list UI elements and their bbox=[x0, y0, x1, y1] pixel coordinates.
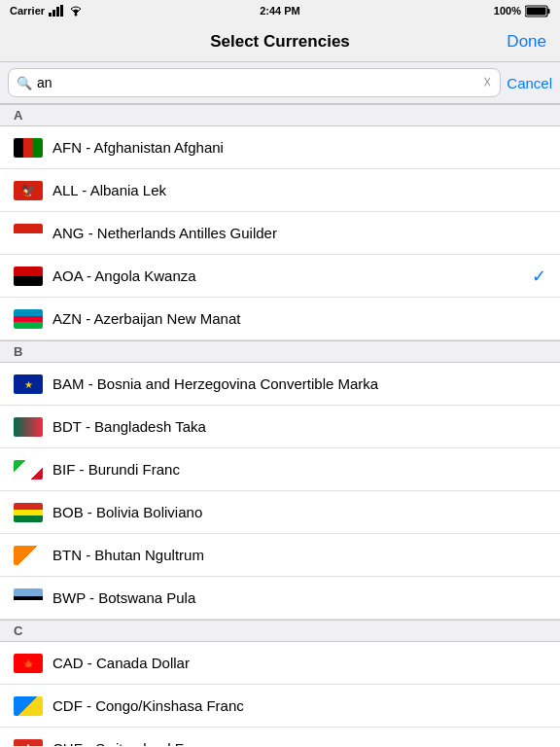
status-bar: Carrier 2:44 PM 100% bbox=[0, 0, 560, 21]
svg-rect-6 bbox=[547, 9, 550, 14]
search-input[interactable] bbox=[37, 75, 478, 90]
search-input-wrap: 🔍 ☓ bbox=[8, 68, 501, 97]
flag-icon bbox=[14, 224, 43, 243]
currency-label: BIF - Burundi Franc bbox=[52, 461, 546, 478]
currency-label: BWP - Botswana Pula bbox=[52, 589, 546, 606]
currency-label: BAM - Bosnia and Herzegovina Convertible… bbox=[52, 375, 546, 392]
currency-label: ALL - Albania Lek bbox=[52, 182, 546, 198]
list-item[interactable]: AFN - Afghanistan Afghani bbox=[0, 126, 560, 169]
clear-search-button[interactable]: ☓ bbox=[483, 75, 492, 90]
flag-icon bbox=[14, 417, 43, 437]
list-item[interactable]: BWP - Botswana Pula bbox=[0, 577, 560, 620]
svg-point-4 bbox=[75, 14, 78, 17]
list-item[interactable]: CAD - Canada Dollar bbox=[0, 642, 560, 685]
svg-rect-7 bbox=[527, 7, 546, 15]
currency-label: CAD - Canada Dollar bbox=[52, 655, 546, 671]
flag-icon bbox=[14, 460, 43, 480]
svg-rect-3 bbox=[60, 5, 63, 17]
svg-rect-2 bbox=[56, 7, 59, 17]
flag-icon bbox=[14, 374, 43, 394]
status-left: Carrier bbox=[10, 5, 84, 17]
flag-icon bbox=[14, 546, 43, 565]
list-item[interactable]: BDT - Bangladesh Taka bbox=[0, 406, 560, 448]
currency-label: CDF - Congo/Kinshasa Franc bbox=[52, 697, 546, 714]
list-item[interactable]: CDF - Congo/Kinshasa Franc bbox=[0, 685, 560, 728]
search-bar: 🔍 ☓ Cancel bbox=[0, 62, 560, 104]
carrier-label: Carrier bbox=[10, 5, 45, 17]
section-header: C bbox=[0, 620, 560, 642]
currency-label: CHF - Switzerland Franc bbox=[52, 740, 546, 746]
nav-bar: Select Currencies Done bbox=[0, 21, 560, 62]
battery-icon bbox=[525, 5, 550, 18]
currency-label: ANG - Netherlands Antilles Guilder bbox=[52, 225, 546, 241]
cancel-button[interactable]: Cancel bbox=[507, 75, 552, 91]
list-item[interactable]: BIF - Burundi Franc bbox=[0, 448, 560, 491]
list-item[interactable]: AOA - Angola Kwanza✓ bbox=[0, 255, 560, 298]
checkmark-icon: ✓ bbox=[532, 266, 546, 287]
currency-label: BOB - Bolivia Boliviano bbox=[52, 504, 546, 520]
flag-icon bbox=[14, 654, 43, 673]
search-icon: 🔍 bbox=[17, 76, 32, 90]
list-item[interactable]: AZN - Azerbaijan New Manat bbox=[0, 298, 560, 340]
list-item[interactable]: CHF - Switzerland Franc bbox=[0, 728, 560, 746]
list-item[interactable]: BTN - Bhutan Ngultrum bbox=[0, 534, 560, 577]
section-header: B bbox=[0, 340, 560, 363]
currency-label: AFN - Afghanistan Afghani bbox=[52, 139, 546, 156]
list-item[interactable]: ALL - Albania Lek bbox=[0, 169, 560, 212]
flag-icon bbox=[14, 588, 43, 608]
currency-label: BDT - Bangladesh Taka bbox=[52, 418, 546, 435]
nav-title: Select Currencies bbox=[210, 32, 350, 52]
done-button[interactable]: Done bbox=[507, 32, 546, 52]
status-right: 100% bbox=[494, 5, 550, 18]
svg-rect-1 bbox=[52, 10, 55, 17]
list-item[interactable]: BOB - Bolivia Boliviano bbox=[0, 491, 560, 534]
list-item[interactable]: BAM - Bosnia and Herzegovina Convertible… bbox=[0, 363, 560, 406]
battery-label: 100% bbox=[494, 5, 521, 17]
svg-rect-0 bbox=[49, 13, 52, 17]
flag-icon bbox=[14, 267, 43, 286]
currency-list: AAFN - Afghanistan AfghaniALL - Albania … bbox=[0, 104, 560, 746]
currency-label: AOA - Angola Kwanza bbox=[52, 267, 522, 284]
flag-icon bbox=[14, 181, 43, 200]
flag-icon bbox=[14, 503, 43, 522]
section-header: A bbox=[0, 104, 560, 126]
wifi-icon bbox=[68, 5, 84, 17]
flag-icon bbox=[14, 739, 43, 747]
list-item[interactable]: ANG - Netherlands Antilles Guilder bbox=[0, 212, 560, 255]
flag-icon bbox=[14, 309, 43, 329]
signal-icon bbox=[49, 5, 64, 17]
status-time: 2:44 PM bbox=[260, 5, 300, 17]
currency-label: AZN - Azerbaijan New Manat bbox=[52, 310, 546, 327]
currency-label: BTN - Bhutan Ngultrum bbox=[52, 547, 546, 563]
flag-icon bbox=[14, 138, 43, 158]
flag-icon bbox=[14, 696, 43, 716]
